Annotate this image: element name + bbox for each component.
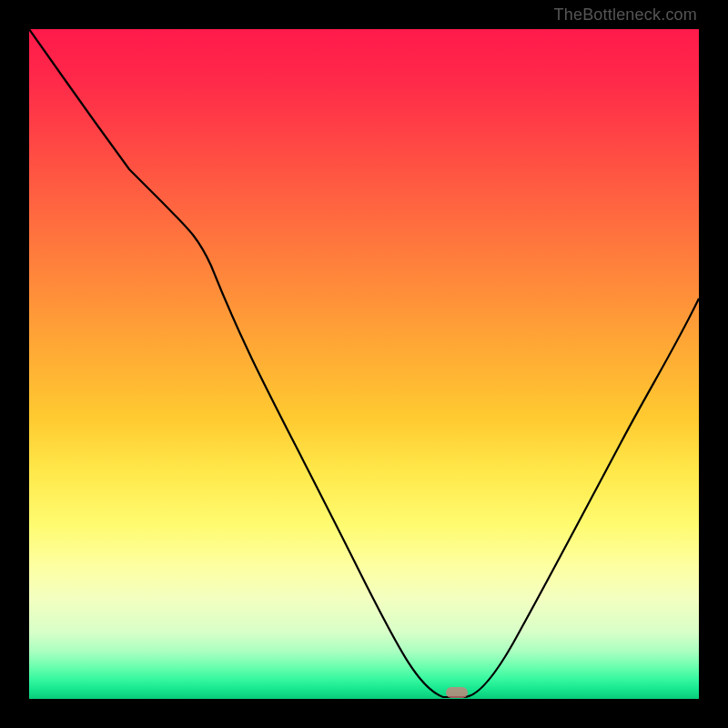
bottleneck-curve xyxy=(29,29,699,699)
plot-area xyxy=(29,29,699,699)
bottleneck-marker xyxy=(446,687,468,698)
chart-container: TheBottleneck.com xyxy=(0,0,728,728)
watermark-text: TheBottleneck.com xyxy=(554,5,697,25)
curve-path xyxy=(29,29,699,697)
